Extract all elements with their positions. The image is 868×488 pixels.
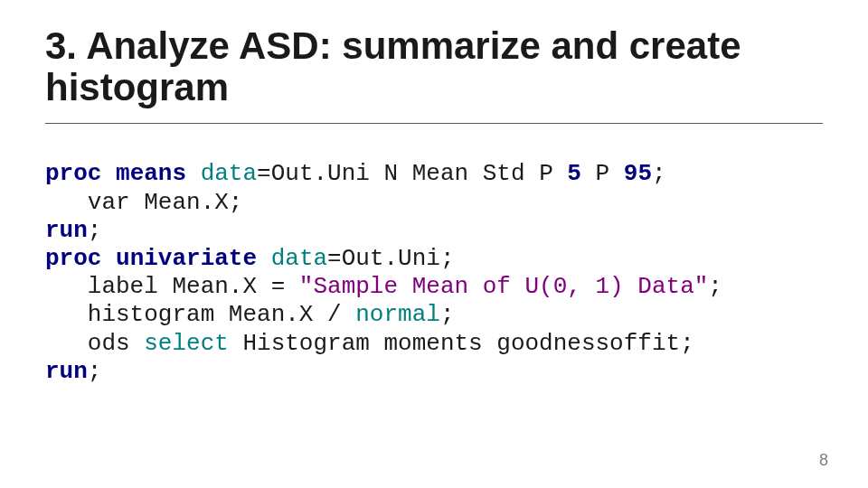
code-semicolon: ; — [440, 301, 455, 328]
page-number: 8 — [819, 451, 828, 470]
opt-select: select — [144, 330, 229, 357]
kw-means: means — [116, 160, 186, 187]
code-text: =Out.Uni N Mean Std P — [257, 160, 553, 187]
code-semicolon: ; — [652, 160, 666, 187]
kw-proc: proc — [45, 160, 101, 187]
code-semicolon: ; — [88, 358, 102, 385]
code-block: proc means data=Out.Uni N Mean Std P 5 P… — [45, 160, 823, 386]
opt-normal: normal — [355, 301, 440, 328]
kw-univariate: univariate — [116, 245, 257, 272]
code-semicolon: ; — [708, 273, 722, 300]
code-text: =Out.Uni; — [327, 245, 454, 272]
str-lit: "Sample Mean of U(0, 1) Data" — [299, 273, 708, 300]
opt-data: data — [201, 160, 257, 187]
code-text: histogram Mean.X / — [45, 301, 355, 328]
lit-5: 5 — [567, 160, 581, 187]
code-text: ods — [45, 330, 144, 357]
opt-data: data — [271, 245, 327, 272]
kw-proc: proc — [45, 245, 101, 272]
lit-95: 95 — [624, 160, 652, 187]
code-text: label Mean.X = — [45, 273, 299, 300]
kw-run: run — [45, 358, 88, 385]
slide-title: 3. Analyze ASD: summarize and create his… — [45, 25, 823, 124]
code-line: var Mean.X; — [45, 189, 242, 216]
kw-run: run — [45, 217, 88, 244]
code-text: Histogram moments goodnessoffit; — [229, 330, 694, 357]
code-semicolon: ; — [88, 217, 102, 244]
code-text: P — [581, 160, 609, 187]
